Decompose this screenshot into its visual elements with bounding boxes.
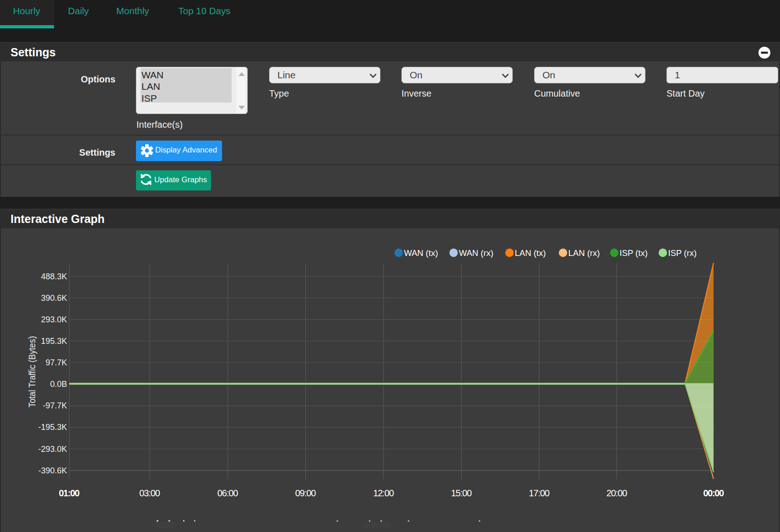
svg-text:09:00: 09:00 [295, 488, 316, 498]
svg-text:LAN (tx): LAN (tx) [515, 248, 546, 258]
svg-text:Total Traffic (Bytes): Total Traffic (Bytes) [27, 336, 37, 407]
svg-text:12:00: 12:00 [373, 488, 394, 498]
svg-text:-195.3K: -195.3K [38, 423, 67, 432]
svg-text:195.3K: 195.3K [41, 337, 67, 346]
svg-text:01:00: 01:00 [59, 488, 80, 498]
svg-text:-293.0K: -293.0K [38, 445, 67, 454]
svg-text:0.0B: 0.0B [50, 380, 67, 389]
svg-text:ISP (tx): ISP (tx) [620, 248, 648, 258]
svg-text:15:00: 15:00 [451, 488, 472, 498]
svg-text:293.0K: 293.0K [41, 315, 67, 324]
svg-text:17:00: 17:00 [529, 488, 550, 498]
svg-text:WAN (rx): WAN (rx) [459, 248, 493, 258]
svg-text:97.7K: 97.7K [45, 358, 67, 367]
svg-text:20:00: 20:00 [607, 488, 628, 498]
svg-text:03:00: 03:00 [139, 488, 160, 498]
svg-text:-390.6K: -390.6K [38, 466, 67, 475]
svg-text:ISP (rx): ISP (rx) [668, 248, 697, 258]
svg-text:488.3K: 488.3K [41, 272, 67, 281]
svg-text:390.6K: 390.6K [41, 293, 67, 303]
svg-text:00:00: 00:00 [703, 488, 724, 498]
svg-text:LAN (rx): LAN (rx) [569, 248, 600, 258]
svg-text:WAN (tx): WAN (tx) [404, 248, 438, 258]
svg-text:06:00: 06:00 [217, 488, 238, 498]
svg-text:-97.7K: -97.7K [43, 401, 67, 410]
